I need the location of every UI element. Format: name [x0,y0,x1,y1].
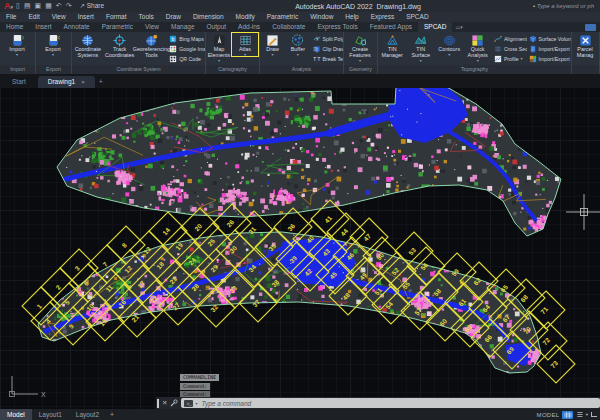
clean-screen-icon[interactable] [591,412,597,417]
new-file-icon[interactable]: ▯ [16,0,20,12]
undo-icon[interactable]: ↶ [56,0,62,12]
chevron-down-icon: ▾ [244,53,246,57]
panel-title: Geometry [344,65,377,74]
ribbon-tab-view[interactable]: View [139,22,165,32]
panel-title [572,65,599,74]
ribbon-panel-topography: TINManagerTINSurface▾Contours▾QuickAnaly… [378,32,572,74]
layout-tab-layout2[interactable]: Layout2 [69,409,106,420]
file-tab-start[interactable]: Start [2,76,36,88]
ribbon-button-clip-drawing[interactable]: Clip Drawing [313,44,342,53]
command-history-line: COMMANDLINE [180,374,219,381]
ribbon-button-parcel-manag[interactable]: ParcelManag [572,33,598,59]
ribbon-button-surface-volume-tools[interactable]: Surface Volume Tools▾ [529,34,570,43]
menu-modify[interactable]: Modify [230,12,261,22]
menu-file[interactable]: File [0,12,22,22]
ribbon-tab-annotate[interactable]: Annotate [58,22,96,32]
command-placeholder: Type a command [201,400,251,407]
ribbon-tab-parametric[interactable]: Parametric [96,22,139,32]
ribbon-panel-cartography: MapElements▾Atlas▾Cartography [206,32,260,74]
ribbon-button-break-text[interactable]: TTBreak Text [313,54,342,63]
ribbon-tab-bar: HomeInsertAnnotateParametricViewManageOu… [0,22,600,32]
menu-dimension[interactable]: Dimension [187,12,230,22]
menu-view[interactable]: View [46,12,72,22]
open-file-icon[interactable]: ▤ [24,0,31,12]
ribbon-button-import-export-xml[interactable]: Import/Export XML▾ [529,44,570,53]
ribbon-tab-manage[interactable]: Manage [165,22,201,32]
model-space-label[interactable]: MODEL [537,412,560,418]
panel-title: Export [36,65,71,74]
ribbon-button-import[interactable]: Import▾ [0,33,34,56]
wrench-icon[interactable] [170,399,178,407]
ribbon-button-buffer[interactable]: Buffer▾ [285,33,310,56]
ribbon-button-draw[interactable]: Draw▾ [260,33,285,56]
ribbon-button-qr-code[interactable]: QR Code [169,54,204,63]
ribbon-button-export[interactable]: Export▾ [36,33,70,56]
command-line-bar: ✕ >_ ▾ Type a command [156,397,600,409]
infocenter-icon[interactable] [585,24,596,31]
add-layout-button[interactable]: + [106,411,118,418]
ribbon-tab-add-ins[interactable]: Add-ins [232,22,266,32]
chevron-down-icon: ▾ [521,56,523,61]
ribbon-button-create-features[interactable]: CreateFeatures▾ [344,33,376,62]
layout-tab-model[interactable]: Model [0,409,32,420]
ribbon-tab-output[interactable]: Output [201,22,233,32]
menu-help[interactable]: Help [339,12,364,22]
ribbon-tab-home[interactable]: Home [0,22,29,32]
ribbon-tab-insert[interactable]: Insert [29,22,57,32]
menu-draw[interactable]: Draw [160,12,187,22]
ribbon-button-profile[interactable]: Profile▾ [494,54,526,63]
command-input[interactable]: >_ ▾ Type a command [181,398,600,408]
ribbon-button-alignment[interactable]: Alignment▾ [494,34,526,43]
ribbon-display-toggle[interactable]: ▭▾ [455,24,462,30]
ribbon-button-label: Import/Export DEM [539,56,571,62]
share-button[interactable]: ↗ Share [80,2,105,10]
ribbon-tab-featured-apps[interactable]: Featured Apps [364,22,418,32]
grid-display-icon[interactable] [562,411,573,419]
ribbon-button-import-export-dem[interactable]: Import/Export DEM▾ [529,54,570,63]
drawing-canvas[interactable]: 1234567891011121314151617181920212223242… [0,88,600,409]
ribbon-button-atlas[interactable]: Atlas▾ [232,33,258,56]
ribbon-button-split-polyline[interactable]: Split Polyline [313,34,342,43]
customization-menu-icon[interactable]: ☰ [576,411,582,419]
ribbon-button-coordinate-systems[interactable]: CoordinateSystems [72,33,104,59]
autocad-logo-icon[interactable]: A▾ [4,1,13,11]
ribbon-tab-spcad[interactable]: SPCAD [418,22,452,32]
plot-icon[interactable]: ▦ [45,0,52,12]
close-icon[interactable]: × [81,79,85,85]
new-drawing-tab-button[interactable]: + [99,76,103,88]
menu-spcad[interactable]: SPCAD [400,12,434,22]
ribbon-button-cross-sections[interactable]: Cross Sections▾ [494,44,526,53]
ribbon-button-quick-analysis[interactable]: QuickAnalysis▾ [463,33,491,62]
menu-insert[interactable]: Insert [72,12,100,22]
menu-express[interactable]: Express [365,12,400,22]
file-tab-drawing1[interactable]: Drawing1× [38,76,95,88]
ribbon-button-bing-maps[interactable]: bBing Maps [169,34,204,43]
ribbon-tab-collaborate[interactable]: Collaborate [266,22,311,32]
menu-window[interactable]: Window [304,12,339,22]
panel-title: Analysis [260,65,343,74]
redo-icon[interactable]: ↷ [66,0,72,12]
close-icon[interactable]: ✕ [162,399,167,407]
ribbon-button-label: Manag [577,53,593,59]
menu-parametric[interactable]: Parametric [261,12,304,22]
command-bar-grip[interactable] [157,399,159,408]
menu-tools[interactable]: Tools [133,12,160,22]
status-bar: ModelLayout1Layout2 + MODEL ☰ ▾ [0,409,600,420]
ribbon-button-georeferencing-tools[interactable]: GeoreferencingTools [136,33,168,59]
save-file-icon[interactable]: ▣ [35,0,42,12]
ribbon-tab-express-tools[interactable]: Express Tools [311,22,363,32]
layout-tab-layout1[interactable]: Layout1 [32,409,69,420]
ribbon: Import▾ImportExport▾ExportCoordinateSyst… [0,32,600,74]
ribbon-button-contours[interactable]: Contours▾ [435,33,463,56]
chevron-down-icon[interactable]: ▾ [586,412,588,417]
menu-format[interactable]: Format [100,12,133,22]
ribbon-button-track-coordinates[interactable]: TrackCoordinates [104,33,136,59]
menu-edit[interactable]: Edit [22,12,45,22]
search-input[interactable]: • Type a keyword or ph [533,3,599,9]
ribbon-button-tin-manager[interactable]: TINManager [378,33,406,59]
ribbon-button-google-image[interactable]: Google Image [169,44,204,53]
chevron-down-icon[interactable]: ▾ [195,401,197,406]
panel-title: Coordinate System [72,65,205,74]
ribbon-button-map-elements[interactable]: MapElements▾ [206,33,232,62]
ribbon-button-tin-surface[interactable]: TINSurface▾ [406,33,434,62]
